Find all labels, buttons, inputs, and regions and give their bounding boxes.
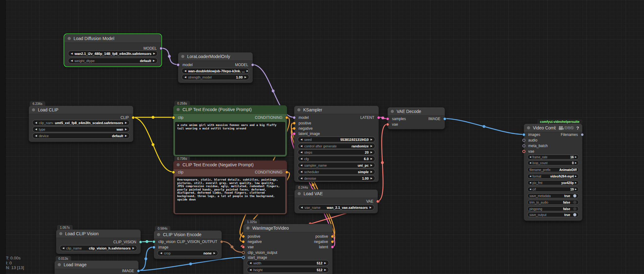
widget-sampler-name[interactable]: ◀sampler_nameuni_pc▶ xyxy=(298,162,375,168)
widget-loop-count[interactable]: ◀loop_count0▶ xyxy=(527,160,579,165)
output-port-latent[interactable]: latent xyxy=(319,245,332,249)
widget-control-after-generate[interactable]: ◀control after generaterandomize▶ xyxy=(298,143,375,149)
port-dot[interactable] xyxy=(376,200,379,203)
port-dot[interactable] xyxy=(293,127,296,130)
port-dot[interactable] xyxy=(132,116,135,119)
node-clip-text-positive[interactable]: 0.258sCLIP Text Encode (Positive Prompt)… xyxy=(173,105,287,157)
combo-left-arrow-icon[interactable]: ◀ xyxy=(184,70,186,72)
input-port-positive[interactable]: positive xyxy=(294,121,311,126)
port-dot[interactable] xyxy=(331,235,334,238)
combo-right-arrow-icon[interactable]: ▶ xyxy=(125,134,127,137)
toggle-dot[interactable] xyxy=(573,213,577,217)
node-clip-text-negative[interactable]: 0.736sCLIP Text Encode (Negative Prompt)… xyxy=(173,160,287,214)
collapse-dot[interactable] xyxy=(177,108,180,111)
output-port-CLIP_VISION[interactable]: CLIP_VISION xyxy=(113,240,141,245)
port-dot[interactable] xyxy=(137,269,140,272)
combo-right-arrow-icon[interactable]: ▶ xyxy=(245,76,246,79)
toggle-dot[interactable] xyxy=(573,194,577,198)
output-port-Filenames[interactable]: Filenames xyxy=(561,132,582,137)
port-dot[interactable] xyxy=(386,117,389,120)
collapse-dot[interactable] xyxy=(157,233,160,236)
combo-right-arrow-icon[interactable]: ▶ xyxy=(125,128,127,131)
combo-right-arrow-icon[interactable]: ▶ xyxy=(575,162,577,164)
combo-right-arrow-icon[interactable]: ▶ xyxy=(371,177,372,180)
port-dot[interactable] xyxy=(377,116,380,119)
combo-right-arrow-icon[interactable]: ▶ xyxy=(371,145,372,147)
port-dot[interactable] xyxy=(242,256,245,259)
output-port-IMAGE[interactable]: IMAGE xyxy=(122,268,138,273)
widget-filename-prefix[interactable]: filename_prefixAnimateDiff xyxy=(527,167,579,172)
collapse-dot[interactable] xyxy=(181,55,184,58)
combo-left-arrow-icon[interactable]: ◀ xyxy=(301,206,303,209)
port-dot[interactable] xyxy=(522,139,525,142)
node-load-image[interactable]: 0.013sLoad ImageIMAGE xyxy=(54,260,139,274)
combo-left-arrow-icon[interactable]: ◀ xyxy=(71,59,73,62)
combo-right-arrow-icon[interactable]: ▶ xyxy=(370,206,372,209)
collapse-dot[interactable] xyxy=(68,37,71,40)
widget-vae-name[interactable]: ◀vae_namewan_2.1_vae.safetensors▶ xyxy=(298,204,374,210)
output-port-CLIP[interactable]: CLIP xyxy=(120,115,133,120)
node-clip-vision-encode[interactable]: 0.584sCLIP Vision Encodeclip_visionimage… xyxy=(154,230,222,259)
input-port-start_image[interactable]: start_image xyxy=(243,255,267,260)
output-port-CONDITIONING[interactable]: CONDITIONING xyxy=(255,170,287,175)
widget-strength-model[interactable]: ◀strength_model1.00▶ xyxy=(182,74,249,80)
widget-value[interactable]: ◀wan2.1_i2v_480p_14B_fp8_e4m3fn.safetens… xyxy=(68,51,158,56)
combo-left-arrow-icon[interactable]: ◀ xyxy=(35,121,37,124)
combo-left-arrow-icon[interactable]: ◀ xyxy=(71,52,73,55)
collapse-dot[interactable] xyxy=(246,227,250,230)
widget-crf[interactable]: ◀crf19▶ xyxy=(527,187,579,192)
combo-right-arrow-icon[interactable]: ▶ xyxy=(133,247,134,249)
combo-right-arrow-icon[interactable]: ▶ xyxy=(371,151,372,154)
help-icon[interactable]: ? xyxy=(576,125,579,131)
combo-right-arrow-icon[interactable]: ▶ xyxy=(371,138,372,141)
node-lora-loader[interactable]: LoraLoaderModelOnlymodelMODEL◀wan-double… xyxy=(178,52,253,83)
combo-left-arrow-icon[interactable]: ◀ xyxy=(184,76,186,79)
widget-value[interactable]: ◀wan-doubleblowjob-70epo-k3nk. ...▶ xyxy=(182,68,249,74)
node-wan-image-to-video[interactable]: 1.325sWanImageToVideopositivenegativevae… xyxy=(243,224,333,274)
collapse-dot[interactable] xyxy=(58,263,61,266)
input-port-clip_vision_output[interactable]: clip_vision_output xyxy=(243,250,277,255)
combo-left-arrow-icon[interactable]: ◀ xyxy=(160,252,162,254)
combo-right-arrow-icon[interactable]: ▶ xyxy=(153,59,155,62)
port-dot[interactable] xyxy=(386,123,389,126)
collapse-dot[interactable] xyxy=(177,163,180,166)
port-dot[interactable] xyxy=(152,240,155,243)
input-port-negative[interactable]: negative xyxy=(294,126,313,131)
widget-device[interactable]: ◀devicedefault▶ xyxy=(32,133,130,139)
node-load-clip[interactable]: 6.236sLoad CLIPCLIP◀clip_nameumt5_xxl_fp… xyxy=(29,106,133,142)
widget-seed[interactable]: ◀seed553811921319410▶ xyxy=(298,137,375,142)
output-port-negative[interactable]: negative xyxy=(314,239,332,244)
combo-left-arrow-icon[interactable]: ◀ xyxy=(529,188,531,191)
combo-left-arrow-icon[interactable]: ◀ xyxy=(62,247,64,249)
combo-right-arrow-icon[interactable]: ▶ xyxy=(125,121,127,124)
widget-weight-dtype[interactable]: ◀weight_dtypedefault▶ xyxy=(68,58,158,64)
port-dot[interactable] xyxy=(172,171,175,174)
combo-left-arrow-icon[interactable]: ◀ xyxy=(529,182,531,184)
output-port-CONDITIONING[interactable]: CONDITIONING xyxy=(255,115,287,120)
widget-trim-to-audio[interactable]: trim_to_audiofalse xyxy=(527,200,579,205)
port-dot[interactable] xyxy=(293,122,296,125)
combo-right-arrow-icon[interactable]: ▶ xyxy=(153,52,155,55)
combo-left-arrow-icon[interactable]: ◀ xyxy=(300,157,302,160)
input-port-model[interactable]: model xyxy=(178,62,193,67)
widget-width[interactable]: ◀width512▶ xyxy=(247,260,329,266)
combo-right-arrow-icon[interactable]: ▶ xyxy=(575,175,577,177)
combo-right-arrow-icon[interactable]: ▶ xyxy=(371,170,372,173)
collapse-dot[interactable] xyxy=(59,232,62,235)
port-dot[interactable] xyxy=(522,133,525,136)
port-dot[interactable] xyxy=(522,150,525,153)
combo-right-arrow-icon[interactable]: ▶ xyxy=(324,268,326,271)
combo-left-arrow-icon[interactable]: ◀ xyxy=(35,128,37,131)
widget-scheduler[interactable]: ◀schedulersimple▶ xyxy=(298,169,375,175)
combo-left-arrow-icon[interactable]: ◀ xyxy=(300,170,302,173)
port-dot[interactable] xyxy=(331,245,334,249)
collapse-dot[interactable] xyxy=(298,192,301,195)
combo-left-arrow-icon[interactable]: ◀ xyxy=(300,145,302,147)
combo-left-arrow-icon[interactable]: ◀ xyxy=(300,151,302,154)
output-port-CLIP_VISION_OUTPUT[interactable]: CLIP_VISION_OUTPUT xyxy=(177,239,222,244)
combo-right-arrow-icon[interactable]: ▶ xyxy=(575,156,577,158)
combo-left-arrow-icon[interactable]: ◀ xyxy=(35,134,37,137)
input-port-clip[interactable]: clip xyxy=(173,170,183,175)
node-load-diffusion-model[interactable]: Load Diffusion ModelMODEL◀wan2.1_i2v_480… xyxy=(64,34,161,66)
combo-right-arrow-icon[interactable]: ▶ xyxy=(575,188,577,191)
